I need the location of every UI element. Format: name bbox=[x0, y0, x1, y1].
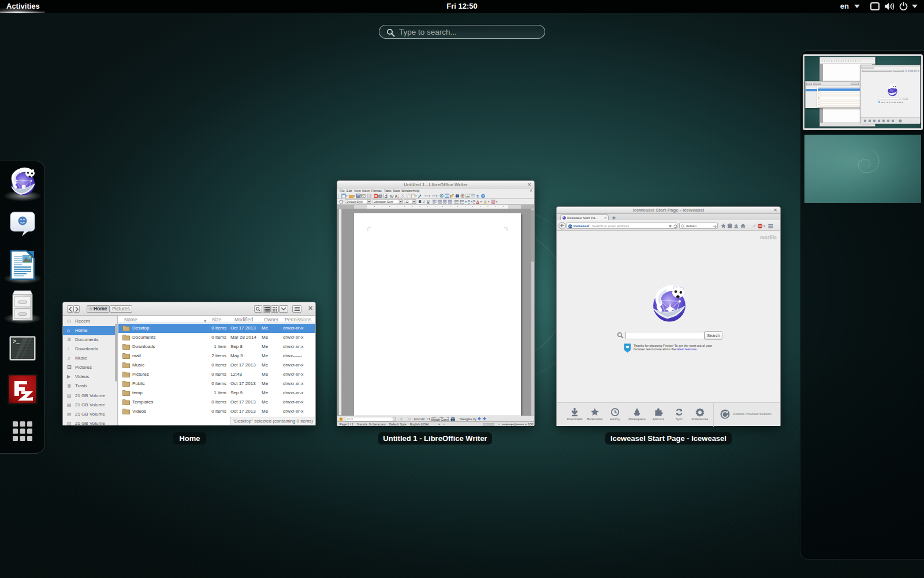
svg-text:A: A bbox=[390, 194, 392, 197]
svg-text:A: A bbox=[484, 200, 487, 203]
svg-text:Liberation Serif: Liberation Serif bbox=[374, 200, 393, 203]
svg-text:12: 12 bbox=[405, 200, 409, 203]
svg-text:−: − bbox=[498, 423, 500, 426]
svg-text:+: + bbox=[525, 423, 527, 426]
svg-text:Default Style: Default Style bbox=[346, 200, 363, 203]
svg-text:I: I bbox=[423, 199, 425, 203]
svg-text:U: U bbox=[427, 199, 430, 203]
svg-text:100%: 100% bbox=[528, 423, 534, 426]
svg-text:¶: ¶ bbox=[476, 194, 479, 198]
svg-text:>_: >_ bbox=[13, 339, 20, 345]
svg-text:A: A bbox=[395, 194, 397, 197]
svg-text:B: B bbox=[419, 199, 422, 203]
svg-text:A: A bbox=[476, 200, 479, 203]
